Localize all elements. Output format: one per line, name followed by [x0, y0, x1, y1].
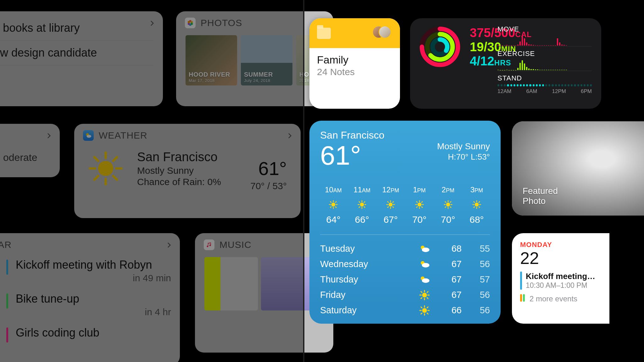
chevron-right-icon	[287, 133, 293, 139]
svg-line-38	[364, 207, 365, 208]
photos-app-icon	[185, 18, 196, 28]
partial-text: oderate	[3, 152, 37, 163]
svg-line-37	[359, 202, 360, 203]
svg-line-90	[427, 291, 428, 292]
reminder-item[interactable]: ew design candidate	[0, 41, 153, 65]
widget-title: NDAR	[0, 239, 12, 250]
svg-line-28	[330, 202, 331, 203]
widget-title: MUSIC	[219, 239, 252, 250]
svg-line-98	[427, 313, 428, 314]
svg-line-30	[336, 202, 336, 203]
weather-high-low: H:70° L:53°	[437, 152, 490, 162]
partial-widget[interactable]: oderate	[0, 124, 60, 177]
weather-range: 70° / 53°	[250, 181, 287, 191]
calendar-event[interactable]: Girls coding club	[6, 322, 171, 345]
featured-photo-widget[interactable]: FeaturedPhoto	[512, 121, 644, 216]
activity-rings-icon	[419, 26, 460, 67]
svg-line-46	[388, 202, 389, 203]
chevron-right-icon	[149, 20, 155, 26]
svg-point-78	[422, 248, 430, 252]
widget-title: WEATHER	[99, 130, 147, 141]
stand-dots	[497, 84, 592, 86]
svg-line-16	[94, 176, 98, 180]
svg-line-66	[450, 202, 451, 203]
svg-line-73	[474, 202, 475, 203]
daily-forecast-row: Friday6756	[320, 287, 490, 303]
svg-point-8	[98, 161, 113, 176]
svg-point-92	[422, 308, 427, 313]
svg-line-49	[388, 207, 389, 208]
event-time: 10:30 AM–1:00 PM	[526, 281, 595, 290]
svg-line-89	[427, 298, 428, 299]
featured-photo-label: FeaturedPhoto	[523, 186, 558, 206]
activity-widget[interactable]: 375/500CAL 19/30MIN 4/12HRS MOVE EXERCIS…	[410, 18, 601, 109]
reminders-widget[interactable]: ff books at library ew design candidate	[0, 11, 163, 106]
weather-city: San Francisco	[320, 129, 490, 141]
svg-line-47	[393, 207, 394, 208]
svg-line-65	[450, 207, 451, 208]
notes-widget[interactable]: Family 24 Notes	[309, 18, 400, 109]
hourly-forecast-cell: 11AM66°	[349, 185, 375, 225]
calendar-event[interactable]: Kickoff meeting… 10:30 AM–1:00 PM	[520, 272, 601, 290]
svg-line-91	[421, 298, 422, 299]
svg-line-99	[427, 307, 428, 308]
weather-widget-left[interactable]: WEATHER San Francisco Mostly Sunny Chanc…	[74, 124, 301, 218]
svg-line-100	[421, 313, 422, 314]
svg-line-48	[393, 202, 394, 203]
daily-forecast-row: Tuesday6855	[320, 241, 490, 256]
photo-memory-tile[interactable]: SUMMERJuly 24, 2018	[241, 35, 292, 85]
avatar-stack	[372, 26, 392, 41]
svg-line-14	[113, 176, 117, 180]
svg-point-41	[389, 203, 393, 207]
event-color-chips	[520, 294, 526, 304]
svg-line-40	[359, 207, 360, 208]
widget-title: PHOTOS	[201, 18, 242, 28]
calendar-more-events[interactable]: 2 more events	[520, 294, 601, 304]
svg-line-76	[474, 207, 475, 208]
weather-condition: Mostly Sunny	[137, 165, 221, 176]
svg-line-39	[364, 202, 365, 203]
event-color-bar	[520, 272, 522, 290]
svg-line-97	[421, 307, 422, 308]
weather-widget-large[interactable]: San Francisco 61° Mostly Sunny H:70° L:5…	[309, 121, 501, 324]
svg-line-67	[445, 207, 446, 208]
svg-line-15	[113, 157, 117, 161]
svg-line-88	[421, 291, 422, 292]
svg-line-75	[479, 202, 480, 203]
daily-forecast-row: Thursday6757	[320, 272, 490, 287]
svg-line-29	[336, 207, 336, 208]
svg-line-13	[94, 157, 98, 161]
svg-point-5	[188, 21, 190, 23]
music-app-icon	[204, 239, 214, 250]
stand-label: STAND	[497, 74, 592, 82]
svg-line-31	[330, 207, 331, 208]
svg-line-74	[479, 207, 480, 208]
calendar-day-number: 22	[520, 248, 601, 268]
notes-folder-title: Family	[317, 54, 392, 66]
move-label: MOVE	[497, 25, 592, 33]
hourly-forecast-cell: 3PM68°	[464, 185, 489, 225]
calendar-event[interactable]: Bike tune-upin 4 hr	[6, 288, 171, 322]
event-title: Kickoff meeting…	[526, 272, 595, 281]
weather-city: San Francisco	[137, 150, 221, 164]
calendar-widget-small[interactable]: MONDAY 22 Kickoff meeting… 10:30 AM–1:00…	[512, 233, 609, 324]
calendar-widget-left[interactable]: NDAR Kickoff meeting with Robynin 49 min…	[0, 233, 180, 362]
album-tile[interactable]	[204, 257, 258, 310]
photo-memory-tile[interactable]: HOOD RIVERMar 17, 2018	[186, 35, 237, 85]
calendar-day-of-week: MONDAY	[520, 241, 601, 249]
reminder-item[interactable]: ff books at library	[0, 16, 153, 41]
notes-count: 24 Notes	[317, 67, 392, 77]
weather-app-icon	[83, 130, 94, 141]
weather-temp: 61°	[250, 158, 287, 179]
hourly-forecast-cell: 2PM70°	[436, 185, 461, 225]
right-panel: Family 24 Notes 375/500CAL 19/30MIN 4/12…	[304, 0, 644, 362]
svg-line-56	[421, 207, 422, 208]
weather-condition: Mostly Sunny	[437, 141, 490, 151]
calendar-event[interactable]: Kickoff meeting with Robynin 49 min	[6, 254, 171, 288]
sun-icon	[87, 150, 125, 187]
chevron-right-icon	[46, 133, 52, 139]
weather-rain: Chance of Rain: 0%	[137, 177, 221, 187]
svg-point-82	[422, 278, 430, 283]
svg-line-57	[421, 202, 422, 203]
svg-point-68	[475, 203, 479, 207]
